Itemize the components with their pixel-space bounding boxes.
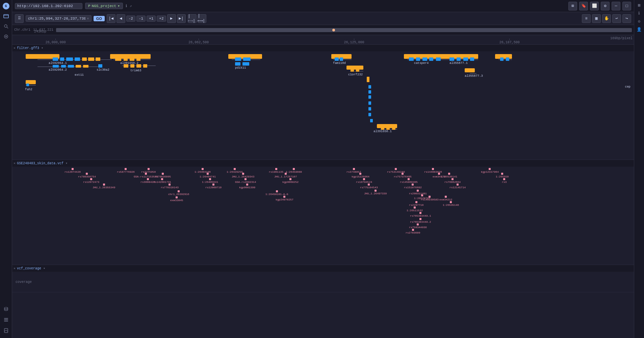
vcf-marker-exm34212[interactable]: exm34212 (439, 196, 452, 201)
vcf-marker-1-26404741[interactable]: 1:26404741 (200, 173, 216, 178)
vcf-marker-rs79836805[interactable]: rs79836805 (155, 173, 171, 178)
vcf-track-name[interactable]: GSE248483_skin_data.vcf ▾ (17, 161, 68, 165)
gene-exon-1[interactable] (53, 57, 58, 61)
vcf-marker-kgp9081399[interactable]: kgp9081399 (239, 184, 255, 189)
gene-pdik11-exon3[interactable] (235, 62, 240, 66)
gene-al391650-1-sub1[interactable] (381, 127, 384, 130)
gene-al391650-2-exon4[interactable] (136, 57, 140, 61)
right-settings-icon[interactable]: ⚙ (636, 18, 643, 25)
nav-first-icon[interactable]: |◀ (107, 14, 115, 23)
gene-exon-4[interactable] (75, 57, 80, 61)
undo-icon[interactable]: ↩ (612, 14, 621, 23)
vcf-marker-rs3[interactable]: rs3 (502, 178, 507, 184)
gene-trim63-exon2[interactable] (130, 64, 134, 68)
vcf-marker-jhu-26429343[interactable]: JHU_1.26429343 (232, 173, 254, 178)
minimize-icon[interactable]: ─ (612, 2, 620, 10)
gene-trim63-exon4[interactable] (143, 64, 147, 68)
gene-exon-11[interactable] (76, 65, 81, 68)
gene-catsper4-exon1[interactable] (409, 57, 414, 61)
genome-browse-icon[interactable] (1, 11, 11, 21)
vcf-marker-rs587776926[interactable]: rs587776926 (117, 168, 135, 173)
vcf-marker-1-26535146[interactable]: 1:26535146 (443, 201, 459, 207)
vcf-marker-rs140239583[interactable]: rs140239583 (421, 196, 439, 201)
nav-prev-icon[interactable]: ◀ (117, 14, 125, 23)
gene-exon-7[interactable] (96, 57, 100, 61)
vcf-marker-rs775104543[interactable]: rs775104543 (360, 184, 378, 189)
fit-all-icon[interactable]: |⟵⟶| (198, 14, 206, 23)
gene-c1orf232-exon2[interactable] (356, 69, 359, 72)
vcf-marker-kgp24978257[interactable]: kgp24978257 (276, 196, 293, 201)
gene-track-name[interactable]: filter.gff3 ▾ (17, 46, 43, 50)
vcf-marker-rs76062664[interactable]: rs76062664 (444, 178, 461, 184)
app-logo-icon[interactable]: G (1, 1, 11, 11)
vcf-marker-exm33845[interactable]: exm33845 (170, 196, 183, 202)
gene-c1orf232-exon1[interactable] (351, 69, 354, 72)
gene-exon-10[interactable] (68, 65, 74, 68)
info-icon[interactable]: ℹ (126, 4, 127, 8)
vcf-marker-rs12072473[interactable]: rs12072473 (83, 178, 99, 184)
vcf-marker-chr1-26392916[interactable]: chr1_26392916 (168, 190, 189, 196)
hand-icon[interactable]: ✋ (602, 14, 611, 23)
gene-al391650-1-exon6[interactable] (368, 107, 371, 111)
gene-track-close[interactable]: ✕ (14, 46, 16, 50)
data-icon[interactable] (1, 304, 11, 314)
gene-exon-2[interactable] (60, 57, 64, 61)
vcf-marker-rs2783680[interactable]: rs2783680 (406, 229, 420, 234)
vcf-marker-1-26511532[interactable]: 1:26511532 (407, 207, 423, 212)
gene-c1orf232-block[interactable] (346, 66, 363, 70)
share-icon[interactable]: ↗ (130, 4, 132, 8)
grid-icon[interactable]: ▦ (592, 14, 601, 23)
gene-al391650-1-exon5[interactable] (368, 101, 371, 105)
gene-al391650-1-exon2[interactable] (368, 85, 371, 89)
gene-right1-block[interactable] (495, 54, 512, 59)
gene-al355877-1-exon3[interactable] (463, 57, 468, 61)
list-icon[interactable]: ≡ (582, 14, 591, 23)
location-input[interactable] (28, 17, 85, 21)
gene-catsper4-exon4[interactable] (429, 57, 433, 61)
gene-trim63-exon3[interactable] (136, 64, 141, 68)
tracks-container[interactable]: ✕ filter.gff3 ▾ al592064.1 (12, 45, 634, 338)
vcf-marker-rs780350754[interactable]: rs780350754 (78, 173, 96, 178)
vcf-marker-rs765383449-1[interactable]: rs765383449.1 (410, 212, 431, 217)
gene-exon-5[interactable] (82, 57, 87, 61)
gene-catsper4-exon3[interactable] (422, 57, 427, 61)
vcf-marker-1-26450101[interactable]: 1:26450101-A-G (265, 190, 288, 196)
zoom-minus2-btn[interactable]: -2 (126, 16, 135, 22)
gene-fam110d-exon1[interactable] (335, 57, 339, 61)
right-grid-icon[interactable]: ▦ (636, 1, 643, 9)
zoom-plus1-btn[interactable]: +1 (147, 16, 156, 22)
gene-al355877-1-exon2[interactable] (457, 57, 461, 61)
gene-al391650-1-exon8[interactable] (370, 119, 373, 122)
vcf-marker-kgp9068252[interactable]: kgp9068252 (282, 178, 299, 184)
vcf-marker-jhu1[interactable]: JHU_1.26355349 (93, 184, 115, 189)
vcf-marker-rs778318143[interactable]: rs778318143 (161, 184, 179, 189)
gene-al391650-1-exon7[interactable] (368, 113, 371, 116)
gene-exon-12[interactable] (83, 65, 88, 68)
go-button[interactable]: GO (94, 16, 105, 21)
gene-right1-exon2[interactable] (506, 57, 509, 61)
vcf-marker-gsa-rs2802314[interactable]: GSA-rs2802314 (235, 178, 256, 184)
vcf-marker-rs10794524[interactable]: rs10794524 (356, 178, 372, 184)
search-icon[interactable] (1, 22, 11, 31)
gene-right1-exon1[interactable] (500, 57, 504, 61)
gene-al391650-2-exon3[interactable] (130, 57, 134, 61)
gene-al391650-1-sub3[interactable] (392, 127, 395, 130)
gene-pdik11-exon2[interactable] (243, 57, 251, 61)
tracks-icon[interactable] (1, 315, 11, 324)
nav-next-icon[interactable]: ▶ (167, 14, 176, 23)
gene-al355877-1-exon1[interactable] (449, 57, 454, 61)
vcf-marker-rs759344036[interactable]: rs759344036 (409, 223, 427, 229)
vcf-marker-jhu-17257107[interactable]: JHU_1.17257107 (274, 173, 297, 178)
vcf-marker-1-26405841[interactable]: 1:26405841 (202, 178, 218, 184)
gene-fah2-exon[interactable] (26, 83, 29, 86)
vcf-marker-rs3008428[interactable]: rs3008428 (140, 178, 155, 184)
gene-exon-8[interactable] (53, 65, 59, 68)
tools-icon[interactable] (1, 32, 11, 41)
nav-last-icon[interactable]: ▶| (177, 14, 186, 23)
settings-icon[interactable]: ⚙ (601, 2, 610, 10)
vcf-marker-rs142601731[interactable]: rs142601731 (153, 178, 171, 184)
vcf-track-close[interactable]: ✕ (14, 161, 16, 165)
gene-al355877-3-block[interactable] (465, 68, 475, 72)
gene-al391650-1-exon3[interactable] (368, 90, 371, 94)
vcf-marker-1-26536141[interactable]: 1:26536141 (441, 173, 457, 178)
